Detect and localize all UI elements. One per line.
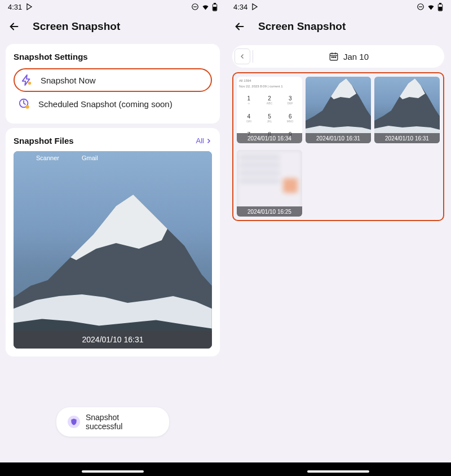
battery-icon: [437, 3, 443, 11]
lightning-icon: [20, 74, 33, 86]
svg-point-7: [25, 105, 29, 108]
play-store-icon: [251, 3, 259, 11]
scheduled-snapshot-label: Scheduled Snapshot (coming soon): [38, 99, 173, 109]
settings-header: Snapshot Settings: [14, 52, 212, 61]
wifi-icon: [201, 3, 210, 11]
dnd-icon: [417, 3, 425, 11]
snapshot-thumbnail[interactable]: 2024/01/10 16:31: [374, 77, 440, 143]
snapshot-now-label: Snapshot Now: [41, 76, 96, 85]
snapshot-settings-card: Snapshot Settings Snapshot Now Scheduled…: [6, 44, 220, 124]
snapshot-now-row[interactable]: Snapshot Now: [14, 68, 212, 92]
battery-icon: [212, 3, 218, 11]
svg-rect-11: [440, 3, 441, 4]
nav-home-pill[interactable]: [307, 470, 369, 473]
system-nav-bar: [0, 462, 451, 476]
svg-point-17: [331, 57, 333, 58]
status-time: 4:34: [233, 3, 247, 11]
status-bar: 4:31: [0, 0, 226, 14]
svg-point-5: [28, 82, 32, 85]
status-bar: 4:34: [226, 0, 451, 14]
phone-right: 4:34 Screen Snapshot Jan 10 All 1594Nov …: [226, 0, 451, 476]
phone-left: 4:31 Screen Snapshot Snapshot Settings S…: [0, 0, 226, 476]
mountain-icon: [14, 195, 212, 349]
snapshot-thumbnail[interactable]: 2024/01/10 16:25: [237, 150, 302, 217]
toast-shield-icon: [68, 416, 80, 428]
page-title: Screen Snapshot: [33, 20, 120, 33]
svg-point-18: [333, 57, 334, 58]
date-display[interactable]: Jan 10: [255, 51, 442, 61]
calendar-icon: [329, 51, 339, 61]
files-header: Snapshot Files: [14, 136, 74, 146]
snapshot-thumbnail[interactable]: Scanner Gmail 2024/01/10 16:31: [14, 151, 212, 349]
svg-rect-12: [439, 7, 441, 10]
back-icon[interactable]: [233, 20, 246, 33]
thumb-app-label: Gmail: [82, 155, 98, 161]
snapshot-thumbnail[interactable]: All 1594Nov 22, 2023 8:09 | current 1 1∞…: [237, 77, 302, 143]
scheduled-snapshot-row[interactable]: Scheduled Snapshot (coming soon): [14, 92, 212, 116]
thumbnail-timestamp: 2024/01/10 16:34: [237, 133, 302, 143]
svg-rect-4: [213, 7, 216, 10]
thumbnail-timestamp: 2024/01/10 16:31: [14, 330, 212, 349]
date-picker-bar: Jan 10: [232, 45, 444, 68]
prev-date-button[interactable]: [235, 49, 250, 64]
toast: Snapshot successful: [56, 407, 169, 437]
app-header: Screen Snapshot: [226, 14, 451, 39]
back-icon[interactable]: [8, 20, 20, 33]
clock-icon: [18, 98, 30, 110]
status-time: 4:31: [8, 3, 22, 11]
thumbnail-timestamp: 2024/01/10 16:31: [374, 133, 440, 143]
svg-rect-3: [214, 3, 216, 4]
snapshot-thumbnail[interactable]: 2024/01/10 16:31: [306, 77, 371, 143]
toast-text: Snapshot successful: [86, 413, 158, 431]
thumbnail-timestamp: 2024/01/10 16:25: [237, 206, 302, 217]
app-header: Screen Snapshot: [0, 14, 226, 39]
chevron-right-icon: [205, 138, 212, 144]
snapshot-files-card: Snapshot Files All Scanner Gmail 2024/01…: [6, 128, 220, 356]
page-title: Screen Snapshot: [258, 20, 346, 33]
svg-point-19: [335, 57, 336, 58]
nav-home-pill[interactable]: [82, 470, 144, 473]
dnd-icon: [191, 3, 199, 11]
play-store-icon: [25, 3, 33, 11]
snapshot-grid-zone: All 1594Nov 22, 2023 8:09 | current 1 1∞…: [232, 72, 444, 221]
date-label: Jan 10: [343, 52, 369, 61]
wifi-icon: [427, 3, 435, 11]
chevron-left-icon: [239, 53, 246, 60]
thumbnail-timestamp: 2024/01/10 16:31: [306, 133, 371, 143]
thumb-app-label: Scanner: [36, 155, 59, 161]
all-link[interactable]: All: [196, 136, 212, 145]
